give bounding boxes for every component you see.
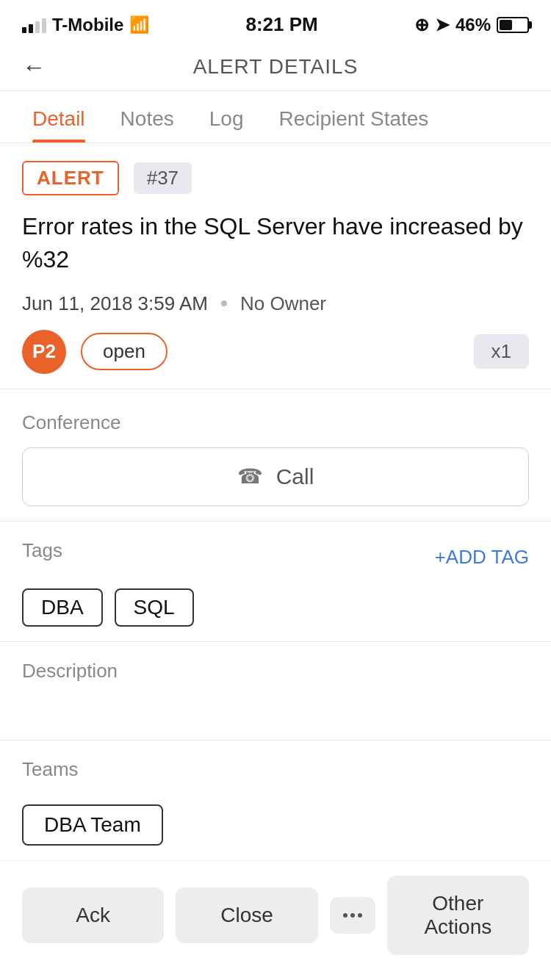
close-button[interactable]: Close xyxy=(176,887,317,943)
alert-section: ALERT #37 Error rates in the SQL Server … xyxy=(0,143,551,389)
count-badge: x1 xyxy=(474,334,529,369)
dot-3 xyxy=(358,913,362,918)
team-tag-dba[interactable]: DBA Team xyxy=(22,804,163,846)
conference-label: Conference xyxy=(22,411,529,434)
navigation-icon: ➤ xyxy=(435,15,450,35)
dot-separator xyxy=(221,300,227,306)
tab-notes[interactable]: Notes xyxy=(103,91,192,143)
tabs-bar: Detail Notes Log Recipient States xyxy=(0,91,551,143)
call-button[interactable]: ☎ Call xyxy=(22,447,529,506)
phone-icon: ☎ xyxy=(237,464,263,489)
teams-section: Teams DBA Team xyxy=(0,741,551,860)
alert-number-badge: #37 xyxy=(134,162,192,194)
dots-button[interactable] xyxy=(330,897,375,934)
alert-date: Jun 11, 2018 3:59 AM xyxy=(22,292,208,315)
alert-title: Error rates in the SQL Server have incre… xyxy=(22,210,529,276)
tags-header: Tags +ADD TAG xyxy=(22,539,529,575)
wifi-icon: 📶 xyxy=(129,15,149,35)
conference-section: Conference ☎ Call xyxy=(0,389,551,522)
add-tag-button[interactable]: +ADD TAG xyxy=(435,546,529,569)
alert-meta: Jun 11, 2018 3:59 AM No Owner xyxy=(22,292,529,315)
alert-status-row: P2 open x1 xyxy=(22,330,529,374)
status-time: 8:21 PM xyxy=(246,13,318,36)
ack-button[interactable]: Ack xyxy=(22,887,164,943)
battery-icon xyxy=(497,17,529,33)
status-right: ⊕ ➤ 46% xyxy=(414,15,529,35)
alert-owner: No Owner xyxy=(240,292,326,315)
tag-dba[interactable]: DBA xyxy=(22,588,103,627)
description-section: Description xyxy=(0,642,551,741)
dot-2 xyxy=(350,913,355,918)
alert-badges: ALERT #37 xyxy=(22,161,529,195)
tab-detail[interactable]: Detail xyxy=(15,91,103,143)
alert-status-left: P2 open xyxy=(22,330,168,374)
location-icon: ⊕ xyxy=(414,15,429,35)
priority-badge: P2 xyxy=(22,330,66,374)
status-badge: open xyxy=(81,333,168,370)
signal-icon xyxy=(22,17,46,33)
tags-section: Tags +ADD TAG DBA SQL xyxy=(0,522,551,642)
description-label: Description xyxy=(22,660,529,682)
alert-type-badge: ALERT xyxy=(22,161,119,195)
tags-list: DBA SQL xyxy=(22,588,529,627)
dot-1 xyxy=(343,913,347,918)
page-title: ALERT DETAILS xyxy=(193,55,359,79)
back-button[interactable]: ← xyxy=(22,54,46,81)
bottom-actions: Ack Close Other Actions xyxy=(0,860,551,980)
carrier-label: T-Mobile xyxy=(52,15,123,35)
other-actions-button[interactable]: Other Actions xyxy=(387,876,529,955)
tag-sql[interactable]: SQL xyxy=(115,588,194,627)
teams-label: Teams xyxy=(22,758,529,781)
call-label: Call xyxy=(276,464,314,489)
status-bar: T-Mobile 📶 8:21 PM ⊕ ➤ 46% xyxy=(0,0,551,43)
tab-log[interactable]: Log xyxy=(192,91,262,143)
battery-percent: 46% xyxy=(455,15,491,35)
tab-recipient-states[interactable]: Recipient States xyxy=(261,91,446,143)
status-left: T-Mobile 📶 xyxy=(22,15,149,35)
tags-label: Tags xyxy=(22,539,62,562)
nav-header: ← ALERT DETAILS xyxy=(0,43,551,91)
